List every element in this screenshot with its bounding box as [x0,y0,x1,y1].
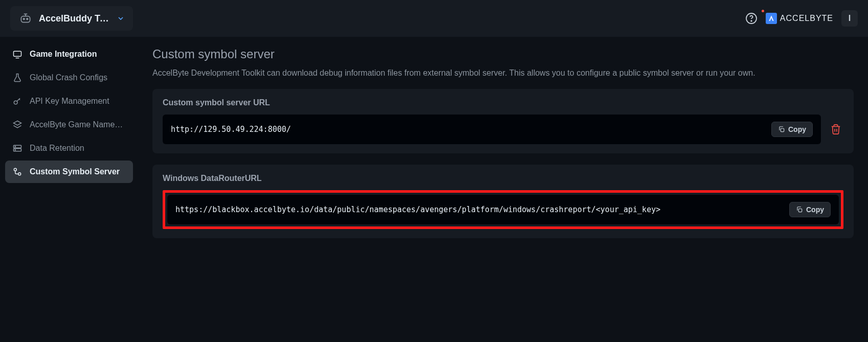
page-description: AccelByte Development Toolkit can downlo… [152,69,854,78]
url-text: http://129.50.49.224:8000/ [171,125,291,134]
card-label: Windows DataRouterURL [163,174,843,183]
custom-symbol-url-card: Custom symbol server URL http://129.50.4… [152,89,854,153]
svg-point-2 [27,18,28,20]
copy-icon [796,206,803,213]
topbar-right: ACCELBYTE I [745,10,858,27]
delete-button[interactable] [828,122,843,137]
page-title: Custom symbol server [152,47,854,61]
topbar: AccelBuddy Te… ACCELBYTE I [0,0,868,37]
main-content: Custom symbol server AccelByte Developme… [138,37,868,342]
copy-button[interactable]: Copy [771,122,813,137]
svg-rect-18 [798,209,802,212]
user-menu-button[interactable]: I [841,10,858,27]
sidebar-item-global-crash-configs[interactable]: Global Crash Configs [5,66,133,89]
url-box: http://129.50.49.224:8000/ Copy [163,115,821,144]
app-switcher[interactable]: AccelBuddy Te… [10,6,133,31]
svg-point-6 [751,20,752,21]
sidebar-item-label: Game Integration [30,50,97,59]
svg-point-13 [15,146,15,147]
sidebar-item-label: Data Retention [30,144,84,153]
sidebar: Game Integration Global Crash Configs AP… [0,37,138,342]
copy-label: Copy [788,125,806,133]
chevron-down-icon [117,14,125,22]
layers-icon [12,120,23,130]
sidebar-item-custom-symbol-server[interactable]: Custom Symbol Server [5,161,133,183]
svg-point-1 [23,18,25,20]
help-icon[interactable] [745,12,758,25]
key-icon [12,96,23,106]
robot-icon [18,11,33,26]
copy-label: Copy [806,206,824,214]
app-title: AccelBuddy Te… [39,13,110,24]
brand-logo-icon [766,13,777,24]
sidebar-item-api-key-management[interactable]: API Key Management [5,90,133,112]
svg-marker-10 [14,121,21,125]
svg-point-16 [18,173,21,175]
copy-icon [778,126,785,133]
flask-icon [12,73,23,83]
svg-point-14 [15,150,15,150]
sidebar-item-label: AccelByte Game Name… [30,120,123,129]
windows-datarouter-card: Windows DataRouterURL https://blackbox.a… [152,165,854,238]
sidebar-item-label: Global Crash Configs [30,73,107,82]
symbol-icon [12,167,23,177]
brand[interactable]: ACCELBYTE [766,13,833,24]
card-label: Custom symbol server URL [163,98,843,107]
svg-rect-7 [14,51,21,56]
url-text: https://blackbox.accelbyte.io/data/publi… [175,205,660,214]
sidebar-item-label: API Key Management [30,97,109,106]
sidebar-item-label: Custom Symbol Server [30,167,120,176]
sidebar-item-data-retention[interactable]: Data Retention [5,137,133,159]
svg-rect-0 [21,16,30,22]
svg-point-9 [14,101,17,104]
sidebar-item-game-integration[interactable]: Game Integration [5,43,133,65]
sidebar-item-accelbyte-game-name[interactable]: AccelByte Game Name… [5,113,133,136]
monitor-icon [12,49,23,59]
highlight-annotation: https://blackbox.accelbyte.io/data/publi… [163,190,843,229]
brand-text: ACCELBYTE [780,14,833,23]
svg-rect-17 [781,128,784,131]
notification-dot-icon [762,10,764,12]
url-box: https://blackbox.accelbyte.io/data/publi… [167,195,839,224]
svg-point-15 [14,168,16,171]
server-icon [12,143,23,153]
copy-button[interactable]: Copy [789,202,831,217]
